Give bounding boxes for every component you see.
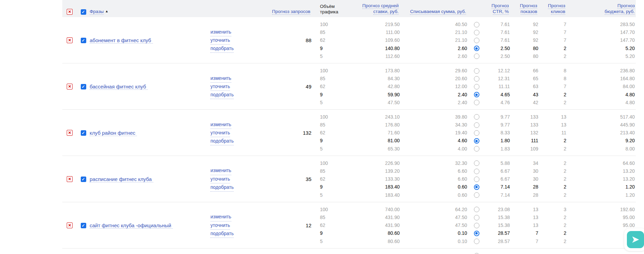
- traffic-volume-radio[interactable]: [474, 184, 479, 190]
- traffic-volume-radio[interactable]: [474, 177, 479, 182]
- avg-bid-value: 65.30: [346, 145, 400, 153]
- writeoff-sum-value: 4.60: [400, 137, 467, 145]
- avg-bid-value: 112.60: [346, 52, 400, 60]
- edit-phrase-link[interactable]: изменить: [210, 74, 231, 83]
- pick-phrase-link[interactable]: подобрать: [210, 91, 234, 99]
- refine-phrase-link[interactable]: уточнить: [210, 129, 230, 137]
- traffic-volume-radio[interactable]: [474, 22, 479, 27]
- refine-phrase-link[interactable]: уточнить: [210, 221, 230, 230]
- phrase-checkbox[interactable]: ✓: [81, 130, 86, 136]
- phrases-sort-link[interactable]: Фразы: [90, 9, 104, 14]
- ctr-forecast-value: 4.76: [486, 99, 510, 107]
- phrase-link[interactable]: сайт фитнес клуба -официальный: [90, 222, 173, 229]
- delete-phrase-icon[interactable]: ✕: [67, 37, 73, 43]
- phrase-link[interactable]: клуб район фитнес: [90, 130, 137, 136]
- budget-header-link[interactable]: Прогнозбюджета, руб.: [605, 3, 635, 14]
- header-impressions: Прогнозпоказов: [510, 3, 538, 17]
- traffic-volume-radio[interactable]: [474, 207, 479, 212]
- delete-phrase-icon[interactable]: ✕: [67, 130, 73, 136]
- phrase-link[interactable]: бассейная фитнес клуб: [90, 84, 148, 90]
- traffic-volume-value: 62: [311, 129, 346, 137]
- traffic-volume-value: 9: [311, 183, 346, 191]
- traffic-volume-radio[interactable]: [474, 53, 479, 59]
- budget-forecast-value: 5.20: [566, 52, 636, 60]
- delete-phrase-icon[interactable]: ✕: [67, 176, 73, 182]
- traffic-volume-radio[interactable]: [474, 122, 479, 128]
- keyword-row: ✕ ✓ клуб район фитнес изменить уточнить …: [62, 110, 636, 156]
- chat-widget-button[interactable]: [624, 228, 644, 251]
- queries-forecast-value: 12: [243, 206, 311, 245]
- clicks-forecast-value: 8: [538, 67, 566, 75]
- traffic-volume-radio[interactable]: [474, 130, 479, 136]
- clicks-forecast-value: 2: [538, 221, 566, 229]
- traffic-volume-radio[interactable]: [474, 223, 479, 228]
- traffic-volume-radio[interactable]: [474, 231, 479, 236]
- phrase-checkbox[interactable]: ✓: [81, 38, 86, 43]
- delete-cell: ✕: [62, 159, 77, 199]
- avg-bid-header-link[interactable]: Прогноз среднейставки, руб.: [362, 3, 399, 14]
- traffic-volume-radio[interactable]: [474, 100, 479, 105]
- ctr-forecast-value: 11.11: [486, 83, 510, 90]
- impressions-forecast-value: 7: [510, 238, 538, 245]
- edit-phrase-link[interactable]: изменить: [210, 28, 231, 36]
- phrase-checkbox[interactable]: ✓: [81, 84, 86, 89]
- traffic-volume-radio[interactable]: [474, 76, 479, 82]
- traffic-volume-radio[interactable]: [474, 84, 479, 89]
- traffic-volume-value: 5: [311, 99, 346, 107]
- delete-all-icon[interactable]: ✕: [67, 9, 73, 15]
- clicks-header-link[interactable]: Прогнозкликов: [548, 3, 565, 14]
- clicks-forecast-value: 7: [538, 21, 566, 28]
- phrase-link[interactable]: абонемент в фитнес клуб: [90, 37, 153, 44]
- select-all-checkbox[interactable]: ✓: [81, 9, 86, 15]
- traffic-volume-radio[interactable]: [474, 192, 479, 198]
- pick-phrase-link[interactable]: подобрать: [210, 183, 234, 192]
- writeoff-sum-value: 0.10: [400, 238, 467, 245]
- pick-phrase-link[interactable]: подобрать: [210, 230, 234, 238]
- traffic-volume-radio[interactable]: [474, 30, 479, 35]
- ctr-forecast-value: 28.57: [486, 238, 510, 245]
- traffic-volume-radio[interactable]: [474, 160, 479, 166]
- delete-phrase-icon[interactable]: ✕: [67, 222, 73, 228]
- phrase-checkbox[interactable]: ✓: [81, 223, 86, 228]
- traffic-volume-radio[interactable]: [474, 146, 479, 152]
- phrase-link[interactable]: расписание фитнес клуба: [90, 176, 153, 182]
- phrase-checkbox[interactable]: ✓: [81, 177, 86, 182]
- edit-phrase-link[interactable]: изменить: [210, 121, 231, 129]
- traffic-volume-radio[interactable]: [474, 114, 479, 120]
- traffic-volume-value: 100: [311, 113, 346, 121]
- edit-phrase-link[interactable]: изменить: [210, 213, 231, 221]
- impressions-forecast-value: 132: [510, 129, 538, 137]
- traffic-volume-radio[interactable]: [474, 138, 479, 144]
- radio-cell: [467, 83, 486, 90]
- pick-phrase-link[interactable]: подобрать: [210, 45, 234, 53]
- phrase-cell: расписание фитнес клуба: [90, 159, 210, 199]
- traffic-volume-value: 100: [311, 21, 346, 28]
- traffic-volume-radio[interactable]: [474, 169, 479, 174]
- refine-phrase-link[interactable]: уточнить: [210, 175, 230, 183]
- impressions-header-link[interactable]: Прогнозпоказов: [520, 3, 537, 14]
- avg-bid-value: 81.00: [346, 137, 400, 145]
- pick-phrase-link[interactable]: подобрать: [210, 137, 234, 145]
- ctr-forecast-value: 2.50: [486, 45, 510, 52]
- ctr-header-link[interactable]: ПрогнозCTR, %: [491, 3, 509, 14]
- radio-cell: [467, 36, 486, 44]
- phrase-cell: клуб район фитнес: [90, 113, 210, 153]
- clicks-forecast-value: 8: [538, 75, 566, 83]
- table-header: ✕ ✓ Фразы▲ Прогноз запросов Объёмтрафика…: [62, 0, 636, 17]
- delete-phrase-icon[interactable]: ✕: [67, 84, 73, 89]
- radio-cell: [467, 21, 486, 28]
- refine-phrase-link[interactable]: уточнить: [210, 36, 230, 45]
- traffic-volume-radio[interactable]: [474, 92, 479, 97]
- traffic-volume-radio[interactable]: [474, 46, 479, 51]
- refine-phrase-link[interactable]: уточнить: [210, 83, 230, 91]
- queries-header-link[interactable]: Прогноз запросов: [272, 9, 310, 14]
- traffic-volume-radio[interactable]: [474, 38, 479, 43]
- traffic-volume-radio[interactable]: [474, 239, 479, 244]
- header-line: Прогноз: [548, 3, 565, 9]
- traffic-volume-radio[interactable]: [474, 215, 479, 220]
- impressions-forecast-value: 66: [510, 67, 538, 75]
- traffic-volume-radio[interactable]: [474, 68, 479, 74]
- edit-phrase-link[interactable]: изменить: [210, 167, 231, 175]
- writeoff-header-link[interactable]: Списываемая сумма, руб.: [410, 9, 466, 14]
- clicks-forecast-value: 3: [538, 206, 566, 214]
